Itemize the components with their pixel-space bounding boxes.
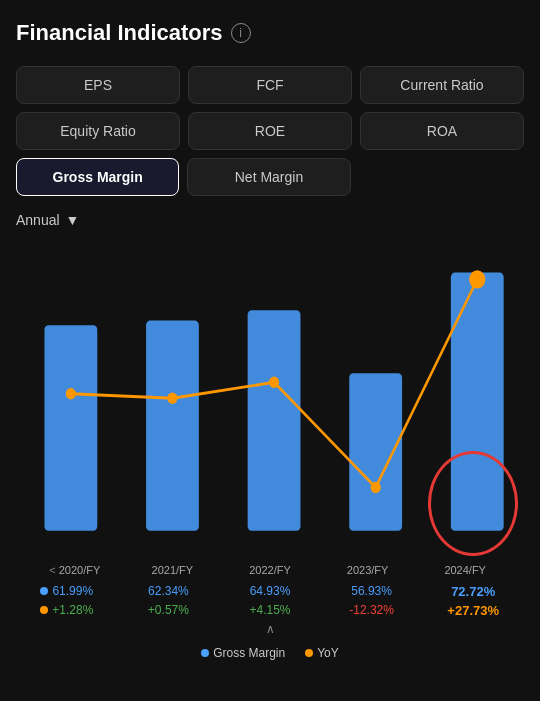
data-col-2022-orange: +4.15% bbox=[219, 603, 321, 618]
dot-blue-icon bbox=[40, 587, 48, 595]
legend-blue-dot bbox=[201, 649, 209, 657]
svg-point-6 bbox=[167, 393, 177, 404]
x-label-2024: 2024/FY bbox=[416, 564, 514, 576]
period-selector[interactable]: Annual ▼ bbox=[16, 212, 524, 228]
val-2020-orange: +1.28% bbox=[16, 603, 118, 617]
svg-point-7 bbox=[269, 377, 279, 388]
chart-svg bbox=[16, 236, 524, 556]
legend-gross-margin: Gross Margin bbox=[201, 646, 285, 660]
svg-point-8 bbox=[371, 482, 381, 493]
x-label-2022: 2022/FY bbox=[221, 564, 319, 576]
chart-wrapper: 2020/FY 2021/FY 2022/FY 2023/FY 2024/FY … bbox=[16, 236, 524, 660]
data-col-2022-blue: 64.93% bbox=[219, 584, 321, 599]
svg-rect-0 bbox=[44, 325, 97, 531]
info-icon[interactable]: i bbox=[231, 23, 251, 43]
legend-yoy: YoY bbox=[305, 646, 339, 660]
x-labels: 2020/FY 2021/FY 2022/FY 2023/FY 2024/FY bbox=[16, 564, 524, 576]
legend-gross-margin-label: Gross Margin bbox=[213, 646, 285, 660]
data-col-2023-orange: -12.32% bbox=[321, 603, 423, 618]
x-label-2021: 2021/FY bbox=[124, 564, 222, 576]
x-label-2023: 2023/FY bbox=[319, 564, 417, 576]
data-col-2023-blue: 56.93% bbox=[321, 584, 423, 599]
filter-row-1: EPS FCF Current Ratio bbox=[16, 66, 524, 104]
legend-yoy-label: YoY bbox=[317, 646, 339, 660]
svg-rect-1 bbox=[146, 321, 199, 531]
data-col-2024-orange: +27.73% bbox=[422, 603, 524, 618]
val-2022-orange: +4.15% bbox=[219, 603, 321, 617]
chart-legend: Gross Margin YoY bbox=[16, 646, 524, 660]
data-col-2021-blue: 62.34% bbox=[118, 584, 220, 599]
page-header: Financial Indicators i bbox=[16, 20, 524, 46]
filter-gross-margin[interactable]: Gross Margin bbox=[16, 158, 179, 196]
svg-point-9 bbox=[469, 270, 485, 288]
data-col-2020-blue: 61.99% bbox=[16, 584, 118, 599]
blue-data-row: 61.99% 62.34% 64.93% 56.93% 72.72% bbox=[16, 584, 524, 599]
val-2023-blue: 56.93% bbox=[321, 584, 423, 598]
orange-data-row: +1.28% +0.57% +4.15% -12.32% +27.73% bbox=[16, 603, 524, 618]
period-label: Annual bbox=[16, 212, 60, 228]
val-2020-blue: 61.99% bbox=[16, 584, 118, 598]
filter-eps[interactable]: EPS bbox=[16, 66, 180, 104]
filter-roa[interactable]: ROA bbox=[360, 112, 524, 150]
data-col-2021-orange: +0.57% bbox=[118, 603, 220, 618]
svg-rect-2 bbox=[248, 310, 301, 531]
svg-point-5 bbox=[66, 388, 76, 399]
val-2021-blue: 62.34% bbox=[118, 584, 220, 598]
filter-roe[interactable]: ROE bbox=[188, 112, 352, 150]
page-title: Financial Indicators bbox=[16, 20, 223, 46]
filter-fcf[interactable]: FCF bbox=[188, 66, 352, 104]
val-2021-orange: +0.57% bbox=[118, 603, 220, 617]
filter-net-margin[interactable]: Net Margin bbox=[187, 158, 350, 196]
filter-row-2: Equity Ratio ROE ROA bbox=[16, 112, 524, 150]
legend-orange-dot bbox=[305, 649, 313, 657]
svg-rect-4 bbox=[451, 273, 504, 531]
x-label-2020: 2020/FY bbox=[26, 564, 124, 576]
data-col-2024-blue: 72.72% bbox=[422, 584, 524, 599]
filter-equity-ratio[interactable]: Equity Ratio bbox=[16, 112, 180, 150]
filter-row-3: Gross Margin Net Margin bbox=[16, 158, 351, 196]
val-2023-orange: -12.32% bbox=[321, 603, 423, 617]
chart-area bbox=[16, 236, 524, 556]
chevron-down-icon: ▼ bbox=[66, 212, 80, 228]
chevron-up-icon[interactable]: ∧ bbox=[16, 622, 524, 636]
val-2024-blue: 72.72% bbox=[422, 584, 524, 599]
val-2024-orange: +27.73% bbox=[422, 603, 524, 618]
data-col-2020-orange: +1.28% bbox=[16, 603, 118, 618]
val-2022-blue: 64.93% bbox=[219, 584, 321, 598]
filter-current-ratio[interactable]: Current Ratio bbox=[360, 66, 524, 104]
dot-orange-icon bbox=[40, 606, 48, 614]
